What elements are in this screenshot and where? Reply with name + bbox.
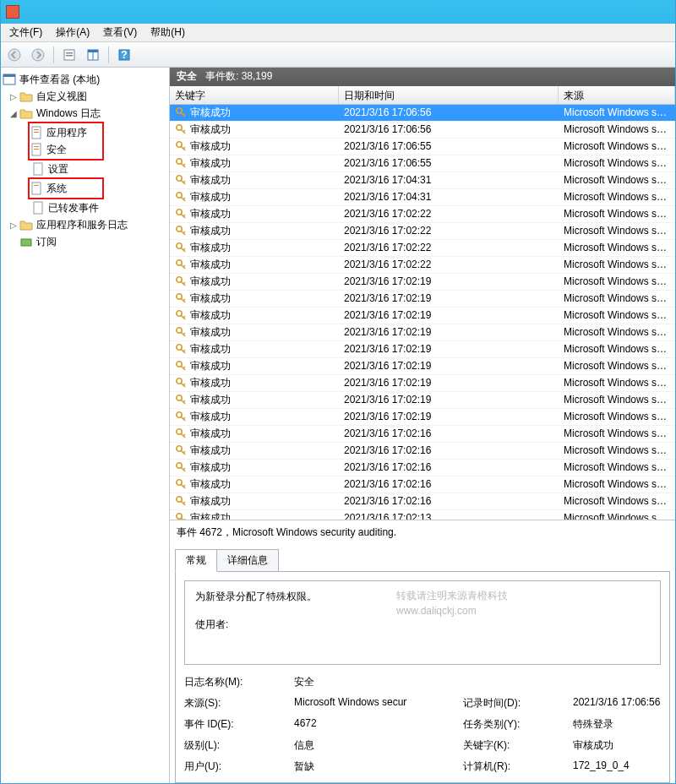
col-datetime[interactable]: 日期和时间 — [339, 86, 559, 104]
tree-subscriptions[interactable]: 订阅 — [1, 233, 169, 250]
svg-rect-3 — [66, 52, 73, 54]
table-row[interactable]: 审核成功2021/3/16 17:02:19Microsoft Windows … — [170, 358, 675, 375]
svg-line-73 — [183, 384, 185, 385]
table-row[interactable]: 审核成功2021/3/16 17:02:19Microsoft Windows … — [170, 291, 675, 308]
table-row[interactable]: 审核成功2021/3/16 17:02:13Microsoft Windows … — [170, 510, 675, 520]
svg-point-1 — [32, 49, 44, 61]
menu-file[interactable]: 文件(F) — [4, 24, 47, 41]
tree-security[interactable]: 安全 — [30, 141, 102, 158]
tree-app-services[interactable]: ▷ 应用程序和服务日志 — [1, 216, 169, 233]
svg-line-94 — [183, 502, 185, 504]
svg-line-67 — [183, 350, 185, 351]
table-row[interactable]: 审核成功2021/3/16 17:06:56Microsoft Windows … — [170, 105, 675, 122]
svg-line-55 — [183, 282, 185, 284]
svg-rect-13 — [34, 129, 39, 130]
log-icon — [30, 182, 43, 195]
tree-sub-label: 订阅 — [36, 235, 57, 249]
detail-title: 事件 4672，Microsoft Windows security audit… — [170, 520, 675, 548]
properties-grid: 日志名称(M): 安全 来源(S): Microsoft Windows sec… — [184, 675, 661, 774]
detail-tabs: 常规 详细信息 — [170, 548, 675, 571]
tree-sys-label: 系统 — [46, 182, 67, 196]
svg-text:?: ? — [121, 49, 127, 61]
svg-line-37 — [183, 181, 185, 182]
subscription-icon — [19, 235, 33, 248]
svg-line-91 — [183, 485, 185, 487]
table-row[interactable]: 审核成功2021/3/16 17:02:19Microsoft Windows … — [170, 409, 675, 426]
col-keyword[interactable]: 关键字 — [170, 86, 339, 104]
columns-button[interactable] — [83, 45, 103, 65]
tree-appsvc-label: 应用程序和服务日志 — [36, 218, 128, 232]
tab-details[interactable]: 详细信息 — [217, 549, 279, 572]
folder-icon — [19, 218, 33, 231]
svg-line-82 — [183, 434, 185, 436]
svg-point-0 — [8, 49, 20, 61]
svg-rect-21 — [34, 202, 42, 214]
log-icon — [31, 162, 45, 176]
prop-eventid-label: 事件 ID(E): — [184, 717, 294, 732]
tree-panel[interactable]: 事件查看器 (本地) ▷ 自定义视图 ◢ Windows 日志 应用程序 安全 … — [1, 68, 170, 783]
tree-root-label: 事件查看器 (本地) — [19, 73, 100, 87]
svg-rect-14 — [34, 132, 39, 133]
event-count-label: 事件数: — [205, 70, 238, 82]
expand-icon[interactable]: ▷ — [8, 220, 19, 230]
tree-root[interactable]: 事件查看器 (本地) — [1, 71, 169, 88]
menu-help[interactable]: 帮助(H) — [145, 24, 190, 41]
svg-rect-17 — [34, 149, 39, 150]
table-row[interactable]: 审核成功2021/3/16 17:02:19Microsoft Windows … — [170, 324, 675, 341]
table-row[interactable]: 审核成功2021/3/16 17:06:56Microsoft Windows … — [170, 122, 675, 139]
tab-general[interactable]: 常规 — [175, 549, 217, 572]
table-row[interactable]: 审核成功2021/3/16 17:02:22Microsoft Windows … — [170, 223, 675, 240]
table-row[interactable]: 审核成功2021/3/16 17:02:19Microsoft Windows … — [170, 341, 675, 358]
back-button[interactable] — [4, 45, 25, 65]
table-row[interactable]: 审核成功2021/3/16 17:04:31Microsoft Windows … — [170, 172, 675, 189]
log-icon — [30, 143, 43, 156]
prop-logname-value: 安全 — [294, 675, 661, 689]
table-row[interactable]: 审核成功2021/3/16 17:02:22Microsoft Windows … — [170, 257, 675, 274]
table-row[interactable]: 审核成功2021/3/16 17:02:16Microsoft Windows … — [170, 426, 675, 443]
table-row[interactable]: 审核成功2021/3/16 17:02:22Microsoft Windows … — [170, 206, 675, 223]
menu-view[interactable]: 查看(V) — [98, 24, 142, 41]
detail-panel: 事件 4672，Microsoft Windows security audit… — [170, 520, 675, 783]
tree-system[interactable]: 系统 — [30, 180, 102, 197]
prop-keyword-label: 关键字(K): — [463, 738, 573, 753]
svg-line-49 — [183, 248, 185, 250]
svg-line-70 — [183, 367, 185, 368]
table-row[interactable]: 审核成功2021/3/16 17:04:31Microsoft Windows … — [170, 189, 675, 206]
collapse-icon[interactable]: ◢ — [8, 109, 19, 118]
table-row[interactable]: 审核成功2021/3/16 17:02:19Microsoft Windows … — [170, 392, 675, 409]
table-row[interactable]: 审核成功2021/3/16 17:02:16Microsoft Windows … — [170, 443, 675, 460]
tree-forwarded[interactable]: 已转发事件 — [1, 199, 169, 216]
svg-line-88 — [183, 468, 185, 470]
table-row[interactable]: 审核成功2021/3/16 17:02:16Microsoft Windows … — [170, 476, 675, 493]
svg-line-28 — [183, 130, 185, 132]
tree-windows-logs[interactable]: ◢ Windows 日志 — [1, 105, 169, 122]
toolbar-separator-2 — [108, 46, 109, 63]
prop-eventid-value: 4672 — [294, 717, 463, 732]
svg-rect-18 — [34, 163, 42, 175]
tree-custom-views[interactable]: ▷ 自定义视图 — [1, 88, 169, 105]
menu-action[interactable]: 操作(A) — [51, 24, 95, 41]
help-button[interactable]: ? — [114, 45, 134, 65]
table-row[interactable]: 审核成功2021/3/16 17:02:16Microsoft Windows … — [170, 493, 675, 510]
action-button[interactable] — [59, 45, 79, 65]
svg-rect-20 — [34, 185, 39, 186]
grid-header: 关键字 日期和时间 来源 — [170, 86, 675, 105]
expand-icon[interactable]: ▷ — [8, 92, 19, 101]
table-row[interactable]: 审核成功2021/3/16 17:02:19Microsoft Windows … — [170, 308, 675, 324]
svg-line-79 — [183, 417, 185, 419]
tree-application[interactable]: 应用程序 — [30, 124, 102, 141]
watermark: 转载请注明来源青橙科技 www.daliqckj.com — [396, 588, 508, 618]
table-row[interactable]: 审核成功2021/3/16 17:02:19Microsoft Windows … — [170, 274, 675, 291]
col-source[interactable]: 来源 — [559, 86, 675, 104]
svg-rect-4 — [66, 55, 73, 57]
table-row[interactable]: 审核成功2021/3/16 17:02:19Microsoft Windows … — [170, 375, 675, 392]
table-row[interactable]: 审核成功2021/3/16 17:06:55Microsoft Windows … — [170, 155, 675, 172]
table-row[interactable]: 审核成功2021/3/16 17:02:22Microsoft Windows … — [170, 240, 675, 257]
tree-setup[interactable]: 设置 — [1, 161, 169, 177]
forward-button[interactable] — [28, 45, 48, 65]
event-list[interactable]: 审核成功2021/3/16 17:06:56Microsoft Windows … — [170, 105, 675, 520]
prop-level-value: 信息 — [294, 738, 463, 753]
subject-label: 使用者: — [195, 618, 650, 632]
table-row[interactable]: 审核成功2021/3/16 17:02:16Microsoft Windows … — [170, 460, 675, 476]
table-row[interactable]: 审核成功2021/3/16 17:06:55Microsoft Windows … — [170, 139, 675, 155]
